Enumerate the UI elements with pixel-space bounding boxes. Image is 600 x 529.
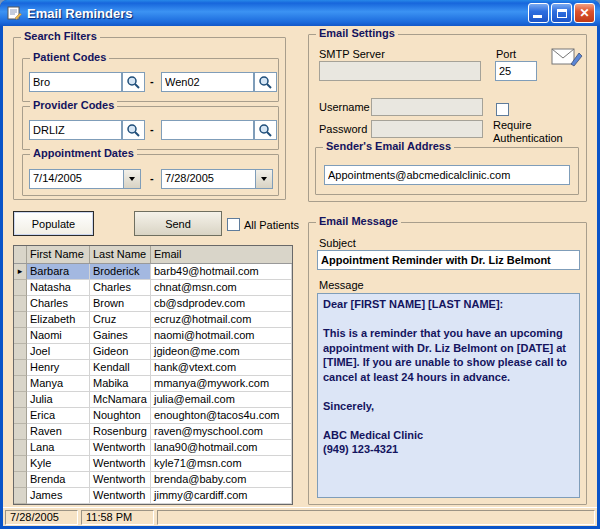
table-row[interactable]: KyleWentworthkyle71@msn.com (14, 456, 292, 472)
email-cell[interactable]: ecruz@hotmail.com (151, 312, 292, 328)
subject-input[interactable] (317, 250, 580, 270)
row-selector[interactable] (14, 296, 27, 312)
first-name-cell[interactable]: James (27, 488, 90, 504)
table-row[interactable]: ▸BarbaraBroderickbarb49@hotmail.com (14, 264, 292, 280)
sender-email-input[interactable] (324, 165, 570, 185)
email-cell[interactable]: naomi@hotmail.com (151, 328, 292, 344)
email-cell[interactable]: brenda@baby.com (151, 472, 292, 488)
row-selector[interactable] (14, 360, 27, 376)
row-selector[interactable] (14, 344, 27, 360)
email-cell[interactable]: mmanya@mywork.com (151, 376, 292, 392)
send-button[interactable]: Send (134, 211, 222, 236)
last-name-cell[interactable]: Cruz (90, 312, 151, 328)
first-name-cell[interactable]: Charles (27, 296, 90, 312)
email-cell[interactable]: hank@vtext.com (151, 360, 292, 376)
all-patients-checkbox[interactable] (227, 218, 240, 231)
patient-code-to-input[interactable] (161, 72, 254, 92)
table-row[interactable]: HenryKendallhank@vtext.com (14, 360, 292, 376)
row-selector[interactable] (14, 488, 27, 504)
last-name-cell[interactable]: Gideon (90, 344, 151, 360)
first-name-cell[interactable]: Elizabeth (27, 312, 90, 328)
port-input[interactable] (495, 61, 537, 81)
table-row[interactable]: CharlesBrowncb@sdprodev.com (14, 296, 292, 312)
email-cell[interactable]: enoughton@tacos4u.com (151, 408, 292, 424)
first-name-cell[interactable]: Manya (27, 376, 90, 392)
last-name-cell[interactable]: Gaines (90, 328, 151, 344)
last-name-cell[interactable]: McNamara (90, 392, 151, 408)
row-selector[interactable] (14, 312, 27, 328)
populate-button[interactable]: Populate (13, 211, 94, 236)
title-bar[interactable]: Email Reminders ✕ (0, 0, 600, 26)
first-name-cell[interactable]: Lana (27, 440, 90, 456)
row-selector[interactable] (14, 328, 27, 344)
patient-code-to-lookup-button[interactable] (254, 72, 277, 92)
row-selector[interactable] (14, 424, 27, 440)
appointment-date-from-dropdown[interactable]: 7/14/2005 (29, 169, 141, 189)
row-selector[interactable] (14, 392, 27, 408)
first-name-cell[interactable]: Henry (27, 360, 90, 376)
email-cell[interactable]: cb@sdprodev.com (151, 296, 292, 312)
email-cell[interactable]: kyle71@msn.com (151, 456, 292, 472)
table-row[interactable]: NaomiGainesnaomi@hotmail.com (14, 328, 292, 344)
table-row[interactable]: LanaWentworthlana90@hotmail.com (14, 440, 292, 456)
column-header-last-name[interactable]: Last Name (90, 246, 151, 263)
table-row[interactable]: JoelGideonjgideon@me.com (14, 344, 292, 360)
first-name-cell[interactable]: Natasha (27, 280, 90, 296)
dropdown-button[interactable] (255, 170, 272, 188)
email-cell[interactable]: raven@myschool.com (151, 424, 292, 440)
last-name-cell[interactable]: Mabika (90, 376, 151, 392)
row-selector[interactable] (14, 456, 27, 472)
row-selector[interactable] (14, 376, 27, 392)
email-cell[interactable]: julia@email.com (151, 392, 292, 408)
table-row[interactable]: ElizabethCruzecruz@hotmail.com (14, 312, 292, 328)
appointment-date-to-dropdown[interactable]: 7/28/2005 (161, 169, 273, 189)
last-name-cell[interactable]: Wentworth (90, 440, 151, 456)
email-cell[interactable]: lana90@hotmail.com (151, 440, 292, 456)
first-name-cell[interactable]: Brenda (27, 472, 90, 488)
first-name-cell[interactable]: Joel (27, 344, 90, 360)
maximize-button[interactable] (551, 3, 572, 23)
table-row[interactable]: NatashaCharleschnat@msn.com (14, 280, 292, 296)
last-name-cell[interactable]: Brown (90, 296, 151, 312)
email-cell[interactable]: jgideon@me.com (151, 344, 292, 360)
message-textarea[interactable]: Dear [FIRST NAME] [LAST NAME]: This is a… (317, 293, 580, 498)
first-name-cell[interactable]: Barbara (27, 264, 90, 280)
email-cell[interactable]: barb49@hotmail.com (151, 264, 292, 280)
provider-code-from-input[interactable] (29, 120, 122, 140)
last-name-cell[interactable]: Rosenburg (90, 424, 151, 440)
close-button[interactable]: ✕ (574, 3, 595, 23)
minimize-button[interactable] (528, 3, 549, 23)
first-name-cell[interactable]: Kyle (27, 456, 90, 472)
first-name-cell[interactable]: Erica (27, 408, 90, 424)
last-name-cell[interactable]: Wentworth (90, 456, 151, 472)
table-row[interactable]: JamesWentworthjimmy@cardiff.com (14, 488, 292, 504)
last-name-cell[interactable]: Kendall (90, 360, 151, 376)
require-authentication-checkbox[interactable] (496, 103, 509, 116)
dropdown-button[interactable] (123, 170, 140, 188)
patient-code-from-lookup-button[interactable] (122, 72, 145, 92)
first-name-cell[interactable]: Naomi (27, 328, 90, 344)
provider-code-to-lookup-button[interactable] (254, 120, 277, 140)
last-name-cell[interactable]: Charles (90, 280, 151, 296)
row-selector[interactable]: ▸ (14, 264, 27, 280)
row-selector[interactable] (14, 472, 27, 488)
last-name-cell[interactable]: Wentworth (90, 472, 151, 488)
last-name-cell[interactable]: Wentworth (90, 488, 151, 504)
row-selector[interactable] (14, 280, 27, 296)
email-cell[interactable]: jimmy@cardiff.com (151, 488, 292, 504)
row-selector[interactable] (14, 408, 27, 424)
column-header-first-name[interactable]: First Name (27, 246, 90, 263)
table-row[interactable]: BrendaWentworthbrenda@baby.com (14, 472, 292, 488)
table-row[interactable]: JuliaMcNamarajulia@email.com (14, 392, 292, 408)
last-name-cell[interactable]: Broderick (90, 264, 151, 280)
provider-code-to-input[interactable] (161, 120, 254, 140)
last-name-cell[interactable]: Noughton (90, 408, 151, 424)
patient-code-from-input[interactable] (29, 72, 122, 92)
first-name-cell[interactable]: Julia (27, 392, 90, 408)
first-name-cell[interactable]: Raven (27, 424, 90, 440)
provider-code-from-lookup-button[interactable] (122, 120, 145, 140)
column-header-email[interactable]: Email (151, 246, 292, 263)
email-cell[interactable]: chnat@msn.com (151, 280, 292, 296)
table-row[interactable]: RavenRosenburgraven@myschool.com (14, 424, 292, 440)
row-selector[interactable] (14, 440, 27, 456)
